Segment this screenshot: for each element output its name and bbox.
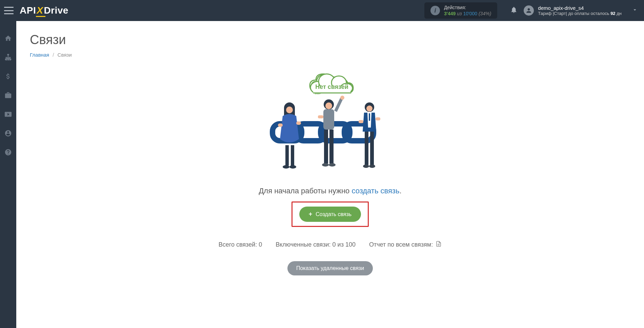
svg-rect-35 (365, 132, 368, 165)
stat-total: Всего связей: 0 (219, 241, 262, 248)
create-button-label: Создать связь (316, 211, 351, 217)
svg-point-31 (366, 105, 373, 112)
svg-rect-26 (324, 130, 328, 163)
nav-connections[interactable] (4, 54, 12, 62)
svg-rect-34 (376, 117, 380, 120)
nav-billing[interactable] (4, 73, 12, 81)
svg-rect-17 (285, 145, 289, 166)
svg-point-14 (286, 107, 293, 113)
info-icon: i (430, 6, 440, 15)
breadcrumb: Главная / Связи (30, 52, 630, 58)
actions-label: Действия: (444, 4, 491, 11)
svg-rect-1 (5, 59, 7, 60)
logo-text-x: X (37, 5, 43, 16)
nav-video[interactable] (4, 111, 12, 119)
onboard-text: Для начала работы нужно создать связь. (259, 187, 401, 195)
svg-rect-0 (7, 54, 9, 56)
actions-separator: из (457, 11, 462, 16)
breadcrumb-home[interactable]: Главная (30, 52, 49, 58)
nav-help[interactable] (4, 149, 12, 157)
dollar-icon (4, 73, 12, 80)
page-title: Связи (30, 33, 630, 47)
question-icon (4, 149, 12, 156)
create-connection-button[interactable]: + Создать связь (299, 207, 361, 222)
svg-point-25 (340, 96, 344, 100)
svg-rect-33 (359, 120, 363, 123)
menu-toggle-button[interactable] (4, 7, 14, 14)
tariff-info: Тариф |Старт| до оплаты осталось 92 дн (538, 11, 622, 16)
youtube-icon (4, 111, 12, 118)
stat-enabled: Включенные связи: 0 из 100 (276, 241, 356, 248)
username: demo_apix-drive_s4 (538, 5, 622, 11)
empty-state-illustration: Нет связей (259, 68, 401, 176)
svg-point-28 (322, 163, 329, 167)
actions-current: 3'449 (444, 11, 456, 16)
notifications-button[interactable] (510, 6, 518, 15)
svg-rect-16 (296, 121, 301, 125)
user-icon (525, 7, 532, 14)
svg-rect-27 (329, 130, 334, 163)
bell-icon (510, 6, 518, 14)
svg-rect-2 (7, 59, 9, 60)
stat-report: Отчет по всем связям: (369, 240, 442, 249)
svg-point-19 (283, 165, 289, 169)
svg-rect-3 (10, 59, 12, 60)
sidebar (0, 21, 16, 328)
svg-rect-23 (323, 109, 334, 130)
svg-point-22 (325, 102, 332, 109)
user-menu[interactable]: demo_apix-drive_s4 Тариф |Старт| до опла… (524, 5, 638, 16)
breadcrumb-current: Связи (58, 52, 72, 58)
highlight-annotation: + Создать связь (291, 201, 369, 227)
actions-percent: (34%) (479, 11, 491, 16)
logo-text-drive: Drive (44, 5, 68, 16)
svg-rect-15 (278, 123, 283, 127)
topbar: API X Drive i Действия: 3'449 из 10'000 … (0, 0, 644, 21)
svg-rect-32 (369, 113, 370, 121)
nav-account[interactable] (4, 130, 12, 138)
nav-home[interactable] (4, 35, 12, 43)
svg-point-20 (289, 165, 296, 169)
main-content: Связи Главная / Связи Нет (16, 21, 644, 328)
logo[interactable]: API X Drive (20, 5, 68, 16)
document-icon[interactable] (436, 240, 442, 249)
nav-partners[interactable] (4, 92, 12, 100)
briefcase-icon (4, 92, 12, 99)
logo-text-api: API (20, 5, 36, 16)
user-circle-icon (4, 130, 12, 137)
show-deleted-button[interactable]: Показать удаленные связи (287, 261, 373, 275)
stats-row: Всего связей: 0 Включенные связи: 0 из 1… (219, 240, 442, 249)
actions-limit: 10'000 (463, 11, 477, 16)
breadcrumb-separator: / (53, 52, 54, 58)
create-connection-link[interactable]: создать связь (351, 187, 399, 195)
svg-rect-24 (318, 115, 323, 118)
plus-icon: + (309, 211, 313, 218)
sitemap-icon (4, 54, 12, 61)
home-icon (4, 35, 12, 42)
svg-point-38 (369, 165, 375, 168)
cloud-text: Нет связей (315, 83, 348, 90)
chevron-down-icon (632, 7, 638, 14)
actions-widget[interactable]: i Действия: 3'449 из 10'000 (34%) (424, 2, 497, 19)
svg-rect-18 (291, 145, 294, 166)
svg-point-37 (363, 165, 369, 168)
svg-point-29 (329, 163, 336, 167)
avatar (524, 5, 534, 16)
svg-rect-36 (370, 132, 374, 165)
